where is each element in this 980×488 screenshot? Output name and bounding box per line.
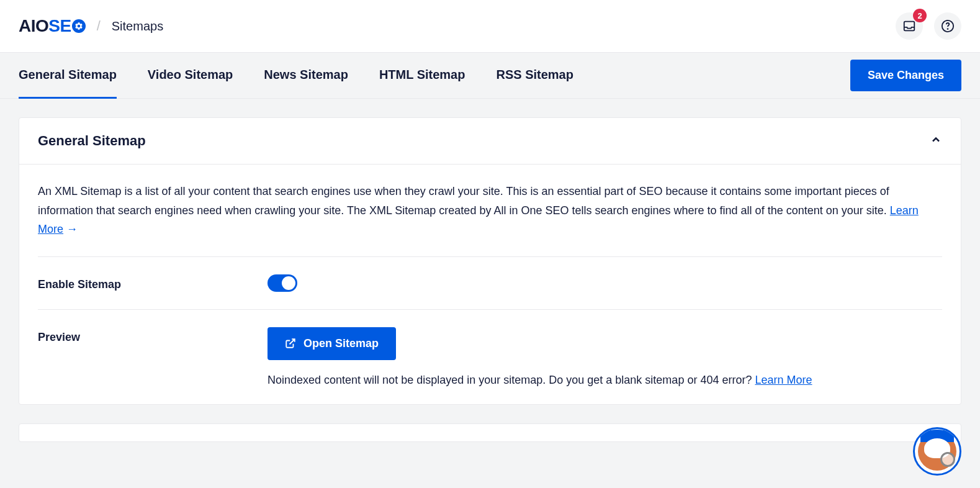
card-header: General Sitemap xyxy=(19,118,961,165)
svg-point-2 xyxy=(948,29,948,29)
enable-sitemap-control xyxy=(267,274,942,292)
toggle-knob xyxy=(282,276,295,290)
divider xyxy=(38,256,942,257)
notification-badge: 2 xyxy=(913,9,927,22)
preview-row: Preview Open Sitemap Noindexed content w… xyxy=(38,327,942,387)
arrow-icon: → xyxy=(63,223,78,235)
help-learn-more-link[interactable]: Learn More xyxy=(755,374,812,386)
notifications-button[interactable]: 2 xyxy=(896,12,923,40)
description-text: An XML Sitemap is a list of all your con… xyxy=(38,182,942,239)
tab-news-sitemap[interactable]: News Sitemap xyxy=(264,53,348,99)
tab-rss-sitemap[interactable]: RSS Sitemap xyxy=(496,53,573,99)
help-button[interactable] xyxy=(934,12,961,40)
tabs: General Sitemap Video Sitemap News Sitem… xyxy=(19,53,573,98)
chevron-up-icon xyxy=(930,133,942,146)
enable-sitemap-label: Enable Sitemap xyxy=(38,274,267,291)
logo-seo-text: SE xyxy=(48,16,85,36)
breadcrumb-page: Sitemaps xyxy=(112,19,163,34)
next-card xyxy=(19,423,961,442)
mascot-icon xyxy=(918,432,956,461)
inbox-icon xyxy=(902,19,916,33)
tabs-bar: General Sitemap Video Sitemap News Sitem… xyxy=(0,53,980,99)
tab-general-sitemap[interactable]: General Sitemap xyxy=(19,53,117,99)
header-right: 2 xyxy=(896,12,961,40)
help-text: Noindexed content will not be displayed … xyxy=(267,374,942,387)
header-left: AIOSE / Sitemaps xyxy=(19,16,163,36)
gear-icon xyxy=(72,19,86,33)
app-header: AIOSE / Sitemaps 2 xyxy=(0,0,980,53)
collapse-toggle[interactable] xyxy=(930,133,942,148)
external-link-icon xyxy=(285,338,296,349)
open-sitemap-button[interactable]: Open Sitemap xyxy=(267,327,396,360)
enable-sitemap-toggle[interactable] xyxy=(267,274,297,292)
tab-html-sitemap[interactable]: HTML Sitemap xyxy=(379,53,465,99)
card-title: General Sitemap xyxy=(38,133,146,149)
breadcrumb-separator: / xyxy=(97,18,101,34)
card-body: An XML Sitemap is a list of all your con… xyxy=(19,165,961,404)
svg-rect-0 xyxy=(904,22,915,31)
general-sitemap-card: General Sitemap An XML Sitemap is a list… xyxy=(19,117,961,405)
preview-control: Open Sitemap Noindexed content will not … xyxy=(267,327,942,387)
save-changes-button[interactable]: Save Changes xyxy=(850,60,961,91)
enable-sitemap-row: Enable Sitemap xyxy=(38,274,942,292)
divider xyxy=(38,309,942,310)
help-icon xyxy=(941,19,955,33)
logo-aio-text: AIO xyxy=(19,16,48,36)
tab-video-sitemap[interactable]: Video Sitemap xyxy=(148,53,233,99)
content: General Sitemap An XML Sitemap is a list… xyxy=(0,99,980,461)
preview-label: Preview xyxy=(38,327,267,344)
logo[interactable]: AIOSE xyxy=(19,16,86,36)
